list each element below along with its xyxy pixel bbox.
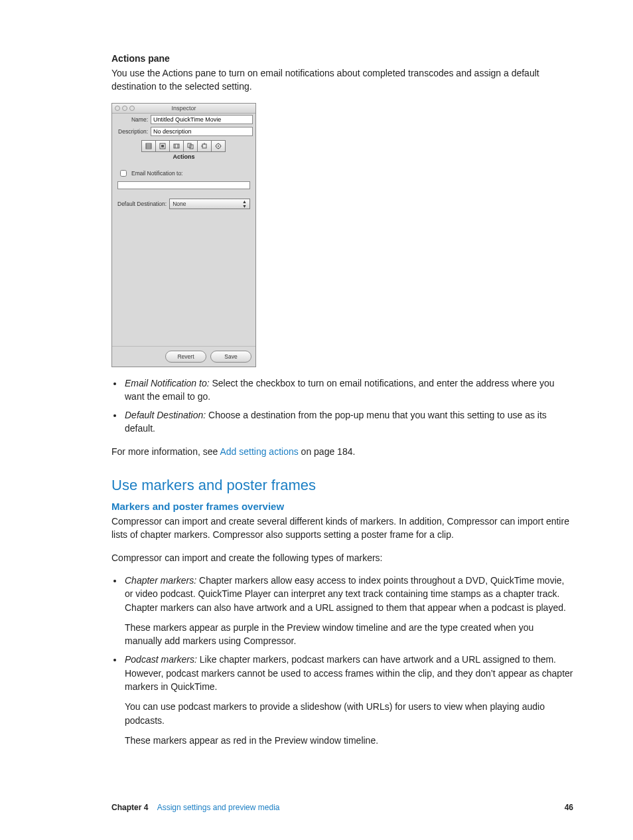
actions-pane-body: Email Notification to: Default Destinati… xyxy=(112,163,255,346)
bullet-sub-paragraph: These markers appear as red in the Previ… xyxy=(125,734,573,747)
page-footer: Chapter 4 Assign settings and preview me… xyxy=(111,803,573,812)
name-field[interactable] xyxy=(151,115,253,124)
bullet-term: Chapter markers: xyxy=(125,575,196,586)
default-destination-value: None xyxy=(173,201,186,207)
chapter-label: Chapter 4 xyxy=(111,803,148,812)
window-titlebar: Inspector xyxy=(112,104,255,114)
save-button[interactable]: Save xyxy=(210,351,251,363)
bullet-term: Podcast markers: xyxy=(125,654,197,665)
overview-p2: Compressor can import and create the fol… xyxy=(111,551,573,564)
more-info-paragraph: For more information, see Add setting ac… xyxy=(111,445,573,458)
actions-bullets: Email Notification to: Select the checkb… xyxy=(111,377,573,436)
select-arrows-icon: ▲▼ xyxy=(242,199,247,209)
list-item: Email Notification to: Select the checkb… xyxy=(123,377,573,404)
bullet-term: Default Destination: xyxy=(125,410,206,420)
more-info-suffix: on page 184. xyxy=(299,446,356,457)
chapter-title: Assign settings and preview media xyxy=(157,803,280,812)
default-destination-label: Default Destination: xyxy=(117,201,167,207)
section-heading: Use markers and poster frames xyxy=(111,477,573,494)
more-info-prefix: For more information, see xyxy=(111,446,220,457)
tab-encoder-icon[interactable] xyxy=(155,140,170,152)
intro-paragraph: You use the Actions pane to turn on emai… xyxy=(111,66,573,94)
tab-frame-controls-icon[interactable] xyxy=(169,140,184,152)
page-number: 46 xyxy=(565,803,573,812)
tab-summary-icon[interactable] xyxy=(141,140,156,152)
overview-p1: Compressor can import and create several… xyxy=(111,515,573,542)
inspector-toolbar xyxy=(112,137,255,153)
svg-rect-6 xyxy=(174,144,179,148)
svg-rect-5 xyxy=(161,145,164,147)
email-notification-label: Email Notification to: xyxy=(131,170,182,177)
tab-actions-icon[interactable] xyxy=(211,140,226,152)
list-item: Default Destination: Choose a destinatio… xyxy=(123,408,573,436)
revert-button[interactable]: Revert xyxy=(165,351,206,363)
svg-point-15 xyxy=(218,145,219,147)
window-title: Inspector xyxy=(112,105,255,112)
add-setting-actions-link[interactable]: Add setting actions xyxy=(220,446,298,457)
list-item: Podcast markers: Like chapter markers, p… xyxy=(123,653,573,747)
subsection-heading: Markers and poster frames overview xyxy=(111,501,573,512)
tab-geometry-icon[interactable] xyxy=(197,140,212,152)
bullet-term: Email Notification to: xyxy=(125,378,210,388)
name-label: Name: xyxy=(115,116,148,123)
list-item: Chapter markers: Chapter markers allow e… xyxy=(123,574,573,647)
email-field[interactable] xyxy=(117,181,250,189)
bullet-sub-paragraph: You can use podcast markers to provide a… xyxy=(125,700,573,727)
actions-pane-heading: Actions pane xyxy=(111,53,573,64)
default-destination-select[interactable]: None ▲▼ xyxy=(169,199,250,209)
description-field[interactable] xyxy=(151,127,253,136)
bullet-sub-paragraph: These markers appear as purple in the Pr… xyxy=(125,621,573,648)
markers-bullets: Chapter markers: Chapter markers allow e… xyxy=(111,574,573,747)
inspector-window: Inspector Name: Description: Actions Ema… xyxy=(111,103,256,367)
description-label: Description: xyxy=(115,128,148,135)
tab-filters-icon[interactable] xyxy=(183,140,198,152)
active-tab-label: Actions xyxy=(112,153,255,163)
email-notification-checkbox[interactable] xyxy=(120,170,127,177)
